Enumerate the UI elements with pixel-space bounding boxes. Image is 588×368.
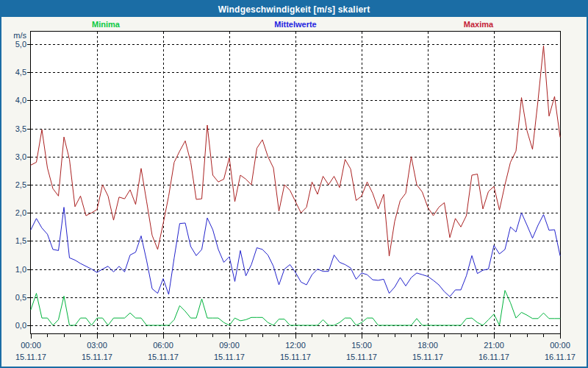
x-tick-time: 09:00: [219, 341, 240, 350]
x-tick-time: 00:00: [21, 341, 41, 350]
svg-text:0,5: 0,5: [15, 293, 26, 302]
chart-window: Windgeschwindigkeit [m/s] skaliert Minim…: [0, 0, 588, 368]
svg-text:4,0: 4,0: [15, 96, 26, 105]
svg-text:1,0: 1,0: [15, 265, 26, 274]
svg-text:2,0: 2,0: [15, 208, 26, 217]
x-tick-date: 16.11.17: [478, 353, 509, 361]
x-tick-date: 15.11.17: [148, 353, 179, 361]
x-tick-time: 18:00: [417, 341, 438, 350]
x-tick-date: 15.11.17: [280, 353, 311, 361]
x-tick-time: 06:00: [153, 341, 173, 350]
svg-text:0,0: 0,0: [15, 321, 26, 330]
x-axis-labels: 00:0015.11.1703:0015.11.1706:0015.11.170…: [15, 341, 576, 361]
x-tick-date: 15.11.17: [412, 353, 443, 361]
x-tick-time: 15:00: [351, 341, 372, 350]
svg-text:2,5: 2,5: [15, 180, 26, 189]
x-tick-date: 15.11.17: [15, 353, 46, 361]
x-tick-date: 15.11.17: [214, 353, 245, 361]
svg-text:3,5: 3,5: [15, 124, 26, 133]
svg-text:3,0: 3,0: [15, 152, 26, 161]
svg-text:5,0: 5,0: [15, 40, 26, 49]
x-tick-date: 15.11.17: [82, 353, 112, 361]
y-axis-unit: m/s: [13, 31, 26, 40]
svg-text:4,5: 4,5: [15, 68, 26, 77]
x-tick-time: 03:00: [87, 341, 107, 350]
x-tick-time: 21:00: [484, 341, 504, 350]
wind-speed-chart: 0,00,51,01,52,02,53,03,54,04,55,0m/s00:0…: [1, 1, 588, 368]
x-tick-time: 12:00: [285, 341, 306, 350]
x-tick-date: 16.11.17: [545, 353, 576, 361]
x-tick-date: 15.11.17: [346, 353, 377, 361]
y-axis-labels: 0,00,51,01,52,02,53,03,54,04,55,0m/s: [13, 31, 26, 330]
x-tick-time: 00:00: [550, 341, 570, 350]
svg-text:1,5: 1,5: [15, 236, 26, 245]
